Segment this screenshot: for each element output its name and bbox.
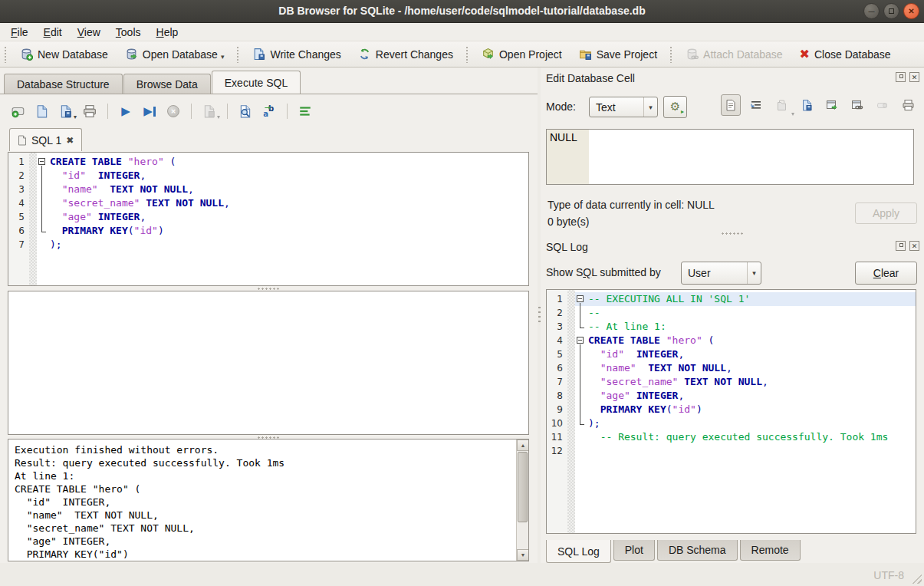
tab-sql-log[interactable]: SQL Log — [546, 540, 611, 563]
save-sql-file-button[interactable]: ▾ — [58, 104, 74, 119]
new-database-icon — [20, 48, 33, 61]
edit-cell-panel-title: Edit Database Cell — [546, 72, 635, 84]
tab-db-schema[interactable]: DB Schema — [657, 540, 738, 561]
maximize-button[interactable] — [883, 3, 899, 19]
sql-file-tab[interactable]: SQL 1 ✖ — [9, 128, 82, 151]
word-wrap-button[interactable] — [746, 94, 766, 116]
sql-toolbar: ▾ ▶ ▶ ✕ ▾ ba — [11, 98, 313, 124]
tab-database-structure[interactable]: Database Structure — [4, 74, 123, 94]
execution-message-pane: Execution finished without errors. Resul… — [8, 439, 529, 561]
open-external-button[interactable] — [822, 94, 842, 116]
tab-plot[interactable]: Plot — [613, 540, 655, 561]
code-line: 8 "age" INTEGER, — [547, 389, 916, 403]
print-cell-button[interactable] — [898, 94, 918, 116]
main-tab-bar: Database Structure Browse Data Execute S… — [4, 71, 301, 94]
menu-edit[interactable]: Edit — [36, 24, 70, 41]
encoding-indicator[interactable]: UTF-8 — [873, 569, 904, 581]
attach-database-icon — [686, 48, 699, 61]
menu-file[interactable]: File — [3, 24, 36, 41]
print-button[interactable] — [82, 104, 97, 119]
link-button[interactable] — [847, 94, 867, 116]
toolbar-drag-handle[interactable] — [465, 46, 469, 63]
code-line: 9 PRIMARY KEY("id") — [547, 403, 916, 416]
sql-log-view[interactable]: 1-- EXECUTING ALL IN 'SQL 1'2--3-- At li… — [546, 289, 916, 534]
close-button[interactable]: ✕ — [903, 3, 919, 19]
tab-remote[interactable]: Remote — [740, 540, 801, 561]
new-sql-tab-button[interactable] — [11, 104, 26, 119]
stop-icon: ✕ — [167, 105, 179, 117]
toolbar-drag-handle[interactable] — [669, 46, 673, 63]
resize-grip-icon[interactable] — [912, 574, 922, 584]
results-grid-pane[interactable] — [8, 291, 529, 435]
float-panel-button[interactable] — [896, 72, 906, 82]
close-database-button[interactable]: ✖ Close Database — [794, 44, 897, 64]
status-bar: UTF-8 — [0, 563, 924, 586]
text-mode-button[interactable] — [721, 94, 741, 116]
open-sql-file-button[interactable] — [35, 104, 50, 119]
app-window: DB Browser for SQLite - /home/user/code/… — [0, 0, 924, 586]
close-panel-button[interactable]: ✕ — [909, 241, 919, 251]
set-null-button — [873, 94, 893, 116]
write-changes-icon — [252, 48, 265, 61]
svg-text:a: a — [263, 110, 268, 118]
dock-splitter[interactable] — [541, 232, 924, 235]
toolbar-separator — [227, 104, 228, 119]
find-replace-button[interactable]: ba — [261, 104, 277, 119]
code-line: 5 "id" INTEGER, — [547, 347, 916, 361]
clear-log-button[interactable]: Clear — [855, 262, 917, 285]
scrollbar-down-button[interactable]: ▼ — [517, 549, 529, 561]
toolbar-drag-handle[interactable] — [236, 46, 240, 63]
toolbar-separator — [287, 104, 288, 119]
code-line: 3 "name" TEXT NOT NULL, — [8, 183, 528, 196]
find-button[interactable] — [238, 104, 253, 119]
tab-browse-data[interactable]: Browse Data — [123, 74, 211, 94]
execute-all-button[interactable]: ▶ — [118, 104, 133, 119]
vertical-scrollbar[interactable]: ▲ ▼ — [516, 440, 528, 561]
open-database-dropdown-icon[interactable]: ▾ — [221, 53, 225, 61]
write-changes-button[interactable]: Write Changes — [246, 44, 347, 64]
code-line: 10); — [547, 416, 916, 430]
dock-tab-bar: SQL Log Plot DB Schema Remote — [546, 540, 803, 564]
open-database-icon — [125, 48, 138, 61]
scrollbar-up-button[interactable]: ▲ — [517, 440, 529, 451]
close-panel-button[interactable]: ✕ — [909, 72, 919, 82]
close-icon: ✕ — [908, 8, 914, 15]
execute-line-button[interactable]: ▶ — [142, 104, 157, 119]
main-area: Database Structure Browse Data Execute S… — [0, 67, 538, 563]
sql-document-icon — [18, 135, 27, 146]
open-database-button[interactable]: Open Database ▾ — [119, 44, 231, 64]
float-panel-button[interactable] — [896, 241, 906, 251]
tab-execute-sql[interactable]: Execute SQL — [212, 71, 301, 94]
save-sql-dropdown-icon[interactable]: ▾ — [74, 114, 77, 120]
toolbar-drag-handle[interactable] — [4, 46, 8, 63]
close-sql-tab-icon[interactable]: ✖ — [66, 135, 74, 146]
sql-log-filter-select[interactable]: User ▾ — [681, 262, 761, 285]
format-sql-button[interactable] — [298, 104, 313, 119]
sql-editor[interactable]: 1CREATE TABLE "hero" (2 "id" INTEGER,3 "… — [8, 152, 529, 286]
open-project-icon — [482, 48, 495, 61]
open-project-button[interactable]: Open Project — [475, 44, 568, 64]
new-database-button[interactable]: New Database — [14, 44, 114, 64]
window-controls: — ✕ — [863, 3, 919, 19]
menu-view[interactable]: View — [70, 24, 108, 41]
maximize-icon — [889, 8, 894, 14]
dock-area: Edit Database Cell ✕ Mode: Text ▾ ⚙ ▸ ▾ … — [541, 67, 924, 563]
code-line: 4 "secret_name" TEXT NOT NULL, — [8, 196, 528, 210]
revert-changes-button[interactable]: Revert Changes — [352, 44, 459, 64]
minimize-icon: — — [869, 8, 875, 15]
gear-icon: ⚙ — [670, 101, 680, 113]
mode-select[interactable]: Text ▾ — [589, 97, 658, 117]
scrollbar-thumb[interactable] — [518, 452, 528, 522]
save-project-button[interactable]: Save Project — [573, 44, 663, 64]
toolbar-separator — [191, 104, 192, 119]
attach-database-button: Attach Database — [679, 44, 789, 64]
export-data-button[interactable] — [797, 94, 817, 116]
chevron-down-icon: ▾ — [747, 262, 761, 284]
code-line: 5 "age" INTEGER, — [8, 210, 528, 224]
auto-mode-button[interactable]: ⚙ ▸ — [663, 96, 687, 118]
menu-tools[interactable]: Tools — [108, 24, 149, 41]
minimize-button[interactable]: — — [863, 3, 880, 19]
menu-help[interactable]: Help — [149, 24, 186, 41]
cell-value-editor[interactable]: NULL — [546, 129, 914, 185]
code-line: 2 "id" INTEGER, — [8, 169, 528, 183]
